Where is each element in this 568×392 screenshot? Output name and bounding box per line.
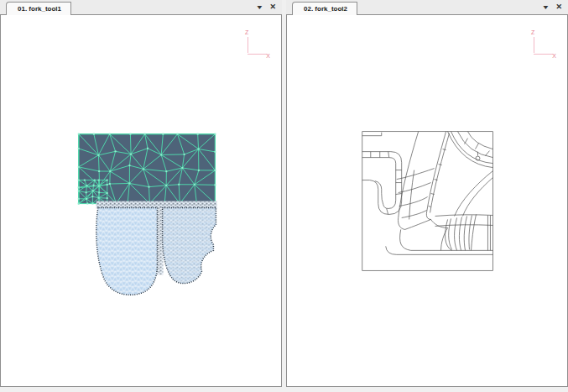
panel-fork-tool2: 02. fork_tool2 ▼ ✕ (286, 0, 568, 387)
axis-triad: Z X (530, 29, 554, 56)
axis-x-label: X (266, 53, 270, 59)
axis-z-label: Z (531, 29, 534, 35)
tab-actions-2: ▼ ✕ (543, 0, 562, 14)
axis-x-label: X (552, 53, 556, 59)
tab-bar-2: 02. fork_tool2 ▼ ✕ (286, 0, 568, 14)
wireframe-drawing-canvas (287, 15, 567, 386)
axis-triad: Z X (244, 29, 268, 56)
tab-bar-1: 01. fork_tool1 ▼ ✕ (0, 0, 282, 14)
axis-z-line (248, 37, 248, 53)
axis-z-line (534, 37, 534, 53)
meshed-model-canvas (1, 15, 281, 386)
axis-x-line (534, 54, 553, 55)
viewport-workspace: 01. fork_tool1 ▼ ✕ (0, 0, 568, 387)
mesh-model (78, 133, 217, 295)
tab-list-dropdown-icon[interactable]: ▼ (255, 4, 263, 10)
axis-x-line (248, 54, 267, 55)
viewport-fork-tool2[interactable]: Z X (286, 14, 568, 387)
wireframe-model (362, 132, 493, 271)
close-icon[interactable]: ✕ (269, 3, 276, 11)
tab-fork-tool1[interactable]: 01. fork_tool1 (6, 2, 71, 15)
close-icon[interactable]: ✕ (555, 3, 562, 11)
tab-fork-tool2[interactable]: 02. fork_tool2 (292, 2, 357, 15)
axis-z-label: Z (245, 29, 248, 35)
tab-actions-1: ▼ ✕ (257, 0, 276, 14)
panel-fork-tool1: 01. fork_tool1 ▼ ✕ (0, 0, 282, 387)
tab-list-dropdown-icon[interactable]: ▼ (541, 4, 550, 10)
viewport-fork-tool1[interactable]: Z X (0, 14, 282, 387)
